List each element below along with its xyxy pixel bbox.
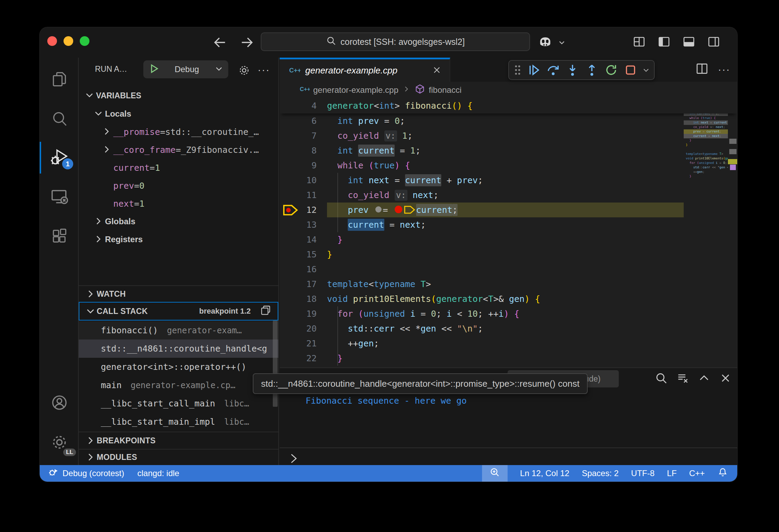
sidebar-item-search[interactable] [40, 103, 79, 136]
sidebar-more-actions-icon[interactable]: ··· [258, 64, 270, 76]
variable-row[interactable]: prev = 0 [79, 177, 278, 195]
breadcrumb[interactable]: C++ generator-example.cpp fibonacci [280, 82, 737, 98]
code-line-7[interactable]: 7 co_yield v: 1; [280, 128, 737, 143]
code-line-19[interactable]: 19 for (unsigned i = 0; i < 10; ++i) { [280, 306, 737, 321]
status-item[interactable]: Spaces: 2 [582, 465, 619, 482]
stack-frame-row[interactable]: __libc_start_main_impllibc… [79, 413, 278, 431]
toolbar-drag-grip-icon[interactable] [512, 62, 523, 78]
continue-icon[interactable] [526, 62, 542, 78]
command-center-search[interactable]: corotest [SSH: avogelsges-wsl2] [261, 32, 530, 51]
status-item[interactable]: clangd: idle [137, 465, 179, 482]
status-item-zoom[interactable] [482, 465, 508, 482]
zoom-window-button[interactable] [80, 36, 89, 46]
code-line-14[interactable]: 14 } [280, 232, 737, 247]
debug-configuration-dropdown[interactable]: Debug [143, 60, 228, 78]
code-editor[interactable]: 6 int prev = 0;7 co_yield v: 1;8 int cur… [280, 98, 737, 367]
modules-section-header[interactable]: MODULES [79, 449, 278, 465]
customize-layout-icon[interactable] [632, 35, 646, 50]
variables-group-globals[interactable]: Globals [79, 213, 278, 230]
status-item[interactable]: C++ [689, 465, 705, 482]
sticky-scroll-line[interactable]: 4generator<int> fibonacci() { [280, 98, 737, 114]
stack-frame-row[interactable]: fibonacci()generator-exam… [79, 321, 278, 339]
breadcrumb-file[interactable]: generator-example.cpp [313, 85, 398, 95]
code-line-22[interactable]: 22 } [280, 351, 737, 366]
title-bar[interactable]: corotest [SSH: avogelsges-wsl2] [40, 27, 737, 58]
code-line-6[interactable]: 6 int prev = 0; [280, 114, 737, 128]
sidebar-item-run-debug[interactable]: 1 [40, 141, 79, 174]
call-stack-section-header[interactable]: CALL STACK breakpoint 1.2 [79, 302, 278, 321]
variables-group-registers[interactable]: Registers [79, 230, 278, 248]
breadcrumb-symbol[interactable]: fibonacci [429, 85, 462, 95]
start-debug-icon[interactable] [148, 63, 160, 76]
variable-row[interactable]: next = 1 [79, 195, 278, 213]
watch-section-header[interactable]: WATCH [79, 285, 278, 302]
minimap-token: co_yield [693, 125, 708, 129]
restart-icon[interactable] [603, 62, 619, 78]
breakpoints-section-header[interactable]: BREAKPOINTS [79, 432, 278, 449]
copilot-icon[interactable] [537, 35, 552, 50]
split-editor-icon[interactable] [695, 62, 709, 77]
overview-ruler[interactable] [728, 98, 737, 367]
tab-generator-example[interactable]: C++ generator-example.cpp [280, 58, 450, 82]
clear-console-icon[interactable] [676, 372, 689, 386]
forward-icon[interactable] [239, 35, 254, 50]
stack-frame-row[interactable]: generator<int>::operator++() [79, 358, 278, 376]
editor-more-actions-icon[interactable]: ··· [718, 63, 730, 75]
sidebar-item-settings[interactable]: LL [40, 426, 79, 460]
step-into-icon[interactable] [564, 62, 581, 78]
status-item[interactable]: Ln 12, Col 12 [520, 465, 569, 482]
step-over-icon[interactable] [545, 62, 561, 78]
minimize-window-button[interactable] [64, 36, 73, 46]
find-icon[interactable] [655, 372, 668, 386]
variables-group-locals[interactable]: Locals [79, 105, 278, 123]
variables-section-header[interactable]: VARIABLES [79, 88, 278, 104]
status-item[interactable]: UTF-8 [631, 465, 655, 482]
overview-ruler-mark [729, 149, 737, 154]
code-line-13[interactable]: 13 current = next; [280, 217, 737, 232]
sidebar-item-extensions[interactable] [40, 220, 79, 254]
sidebar-item-accounts[interactable] [40, 387, 79, 420]
sidebar-item-remote-explorer[interactable] [40, 181, 79, 214]
variable-row[interactable]: __promise = std::__coroutine_… [79, 123, 278, 141]
stack-frame-row[interactable]: std::__n4861::coroutine_handle<g [79, 339, 278, 358]
status-item[interactable]: LF [667, 465, 677, 482]
code-line-12[interactable]: 12 prev = current; [280, 203, 737, 217]
code-line-20[interactable]: 20 std::cerr << *gen << "\n"; [280, 321, 737, 336]
code-line-21[interactable]: 21 ++gen; [280, 336, 737, 351]
sidebar-item-explorer[interactable] [40, 63, 79, 96]
code-line-17[interactable]: 17template<typename T> [280, 277, 737, 292]
code-line-8[interactable]: 8 int current = 1; [280, 143, 737, 158]
step-out-icon[interactable] [584, 62, 600, 78]
line-content: for (unsigned i = 0; i < 10; ++i) { [327, 306, 684, 321]
toggle-panel-icon[interactable] [682, 35, 696, 50]
code-line-11[interactable]: 11 co_yield v: next; [280, 188, 737, 203]
copy-call-stack-icon[interactable] [260, 305, 271, 318]
code-line-18[interactable]: 18void print10Elements(generator<T>& gen… [280, 292, 737, 306]
copilot-chevron-down-icon[interactable] [556, 35, 571, 50]
status-item-bell[interactable] [717, 465, 728, 482]
code-line-9[interactable]: 9 while (true) { [280, 158, 737, 173]
stack-frame-row[interactable]: __libc_start_call_mainlibc… [79, 394, 278, 413]
minimap-token: = [706, 134, 712, 138]
minimap[interactable]: int prev = 0; co_yield v: 1; int current… [684, 98, 728, 367]
toggle-primary-sidebar-icon[interactable] [657, 35, 671, 50]
status-item-debug[interactable]: Debug (corotest) [47, 465, 124, 482]
code-line-16[interactable]: 16 [280, 262, 737, 277]
debug-toolbar[interactable] [508, 60, 655, 80]
back-icon[interactable] [212, 35, 228, 50]
stack-frame-row[interactable]: maingenerator-example.cp… [79, 376, 278, 394]
stop-icon[interactable] [622, 62, 639, 78]
maximize-panel-icon[interactable] [698, 372, 711, 386]
variable-row[interactable]: current = 1 [79, 159, 278, 177]
debug-gear-icon[interactable] [238, 64, 251, 78]
console-prompt-icon[interactable] [287, 452, 300, 465]
close-window-button[interactable] [47, 36, 57, 46]
breakpoint-current-icon[interactable] [282, 204, 298, 218]
variable-row[interactable]: __coro_frame = _Z9fibonacciv.… [79, 141, 278, 159]
code-line-15[interactable]: 15} [280, 247, 737, 262]
code-line-10[interactable]: 10 int next = current + prev; [280, 173, 737, 188]
close-panel-icon[interactable] [719, 372, 732, 386]
toggle-secondary-sidebar-icon[interactable] [707, 35, 721, 50]
close-tab-icon[interactable] [432, 65, 442, 77]
debug-toolbar-chevron-down-icon[interactable] [642, 62, 651, 78]
